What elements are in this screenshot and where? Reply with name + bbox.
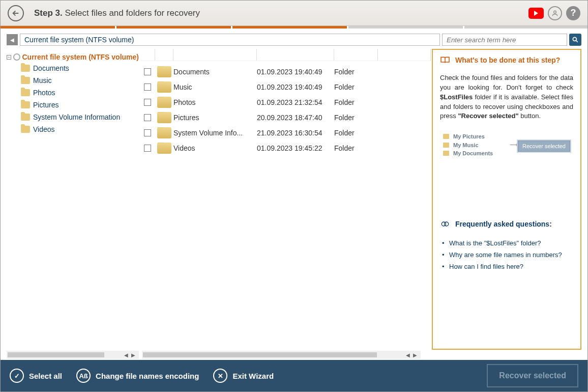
step-number: Step 3. [34, 8, 63, 18]
tree-item-label: Photos [33, 89, 55, 97]
folder-icon [21, 114, 30, 121]
file-row[interactable]: Videos 01.09.2023 19:45:22 Folder [140, 141, 431, 156]
help-panel: What's to be done at this step? Check th… [432, 49, 581, 350]
file-date: 01.09.2023 19:45:22 [257, 144, 334, 152]
path-back-button[interactable] [7, 34, 18, 45]
tree-item[interactable]: Music [21, 76, 139, 85]
folder-icon [443, 134, 449, 139]
file-name: System Volume Info... [173, 129, 257, 137]
folder-icon [443, 151, 449, 156]
file-type: Folder [334, 68, 378, 76]
file-row[interactable]: Music 01.09.2023 19:40:49 Folder [140, 79, 431, 95]
tree-item[interactable]: Photos [21, 89, 139, 97]
recover-chip: Recover selected [518, 141, 570, 152]
folder-icon [21, 77, 30, 84]
file-list-header [140, 49, 431, 61]
file-date: 01.09.2023 21:32:54 [257, 98, 334, 106]
tree-root-checkbox[interactable] [13, 53, 20, 61]
wizard-footer: ✓ Select all Aß Change file names encodi… [1, 360, 587, 391]
help-step-title: What's to be done at this step? [440, 56, 573, 64]
select-all-button[interactable]: ✓ Select all [10, 369, 62, 383]
file-row[interactable]: System Volume Info... 21.09.2023 16:30:5… [140, 125, 431, 141]
folder-icon [157, 143, 171, 154]
user-icon[interactable] [548, 6, 562, 20]
row-checkbox[interactable] [144, 145, 151, 152]
wizard-header: Step 3. Select files and folders for rec… [1, 1, 587, 26]
collapse-icon[interactable]: − [7, 55, 11, 60]
folder-icon [21, 126, 30, 133]
encoding-button[interactable]: Aß Change file names encoding [76, 369, 199, 383]
help-icon[interactable]: ? [566, 6, 580, 20]
row-checkbox[interactable] [144, 129, 151, 136]
tree-root-label: Current file system (NTFS volume) [22, 53, 139, 61]
scroll-right-icon: ▶ [130, 352, 137, 358]
svg-point-0 [554, 11, 556, 13]
scroll-left-icon: ◀ [404, 352, 411, 358]
file-type: Folder [334, 129, 378, 137]
folder-icon [21, 89, 30, 96]
folder-icon [443, 143, 449, 148]
folder-icon [157, 127, 171, 138]
faq-title: Frequently asked questions: [440, 220, 573, 228]
back-button[interactable] [8, 5, 24, 21]
tree-item[interactable]: Documents [21, 64, 139, 72]
faq-item[interactable]: Why are some file names in numbers? [440, 249, 573, 261]
file-type: Folder [334, 144, 378, 152]
tree-scrollbar[interactable]: ◀▶ [7, 351, 139, 359]
svg-point-1 [573, 37, 576, 41]
search-input[interactable] [442, 34, 567, 46]
close-icon: ✕ [213, 369, 227, 383]
tree-item-label: Pictures [33, 101, 59, 109]
file-name: Videos [173, 144, 257, 152]
exit-wizard-button[interactable]: ✕ Exit Wizard [213, 369, 274, 383]
arrow-icon: ⟶ [510, 142, 518, 148]
file-date: 01.09.2023 19:40:49 [257, 68, 334, 76]
tree-item[interactable]: System Volume Information [21, 113, 139, 121]
tree-item-label: Videos [33, 125, 55, 133]
file-name: Music [173, 83, 257, 91]
recover-selected-button[interactable]: Recover selected [487, 364, 578, 387]
tree-item-label: Music [33, 76, 52, 85]
folder-icon [21, 101, 30, 108]
folder-icon [157, 66, 171, 77]
folder-tree: − Current file system (NTFS volume) Docu… [7, 49, 139, 350]
breadcrumb[interactable]: Current file system (NTFS volume) [20, 34, 440, 46]
list-scrollbar[interactable]: ◀▶ [142, 351, 421, 359]
svg-point-3 [445, 222, 449, 226]
row-checkbox[interactable] [144, 114, 151, 121]
book-icon [440, 56, 450, 64]
tree-item[interactable]: Pictures [21, 101, 139, 109]
tree-item[interactable]: Videos [21, 125, 139, 133]
file-name: Documents [173, 68, 257, 76]
file-row[interactable]: Pictures 20.09.2023 18:47:40 Folder [140, 110, 431, 125]
row-checkbox[interactable] [144, 99, 151, 106]
youtube-icon[interactable] [528, 8, 544, 19]
folder-icon [157, 112, 171, 123]
help-text: Check the found files and folders for th… [440, 73, 573, 121]
row-checkbox[interactable] [144, 83, 151, 91]
scroll-left-icon: ◀ [123, 352, 130, 358]
encoding-icon: Aß [76, 369, 91, 383]
faq-list: What is the "$LostFiles" folder? Why are… [440, 237, 573, 272]
tree-item-label: Documents [33, 64, 69, 72]
file-name: Pictures [173, 114, 257, 122]
file-date: 20.09.2023 18:47:40 [257, 114, 334, 122]
folder-icon [157, 81, 171, 93]
tree-item-label: System Volume Information [33, 113, 120, 121]
file-row[interactable]: Photos 01.09.2023 21:32:54 Folder [140, 95, 431, 110]
file-name: Photos [173, 98, 257, 106]
file-type: Folder [334, 83, 378, 91]
file-date: 21.09.2023 16:30:54 [257, 129, 334, 137]
select-all-icon: ✓ [10, 369, 24, 383]
row-checkbox[interactable] [144, 68, 151, 75]
help-illustration: My Pictures My Music⟶ My Documents Recov… [440, 130, 573, 161]
folder-icon [21, 65, 30, 72]
scroll-right-icon: ▶ [411, 352, 419, 358]
faq-item[interactable]: What is the "$LostFiles" folder? [440, 237, 573, 249]
faq-item[interactable]: How can I find files here? [440, 261, 573, 272]
file-date: 01.09.2023 19:40:49 [257, 83, 334, 91]
file-row[interactable]: Documents 01.09.2023 19:40:49 Folder [140, 64, 431, 79]
search-button[interactable] [569, 34, 581, 46]
tree-root[interactable]: − Current file system (NTFS volume) [7, 53, 139, 61]
step-subtitle: Select files and folders for recovery [65, 8, 200, 18]
